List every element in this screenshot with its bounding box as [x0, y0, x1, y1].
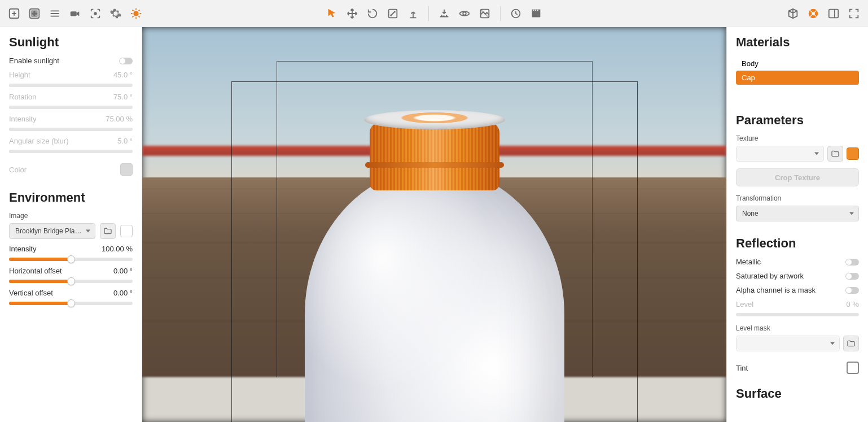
transformation-value: None — [742, 210, 759, 217]
height-label: Height — [9, 71, 30, 79]
cursor-icon[interactable] — [322, 4, 341, 23]
toolbar — [0, 0, 868, 27]
height-slider — [9, 84, 133, 87]
sunlight-icon[interactable] — [126, 4, 146, 23]
svg-rect-18 — [537, 10, 538, 11]
svg-point-10 — [463, 12, 466, 15]
side-panel-icon[interactable] — [824, 4, 843, 23]
blur-value: 5.0 ° — [117, 137, 133, 145]
fullscreen-icon[interactable] — [844, 4, 863, 23]
transformation-label: Transformation — [736, 194, 859, 202]
svg-rect-2 — [32, 11, 34, 13]
sun-color-swatch[interactable] — [120, 163, 133, 176]
separator — [428, 6, 429, 21]
history-icon[interactable] — [506, 4, 525, 23]
rotation-label: Rotation — [9, 93, 36, 101]
env-intensity-label: Intensity — [9, 245, 36, 253]
level-mask-folder-button[interactable] — [843, 336, 859, 351]
sun-color-label: Color — [9, 166, 27, 174]
parameters-title: Parameters — [736, 113, 859, 128]
texture-color-swatch[interactable] — [847, 147, 859, 160]
separator — [500, 6, 501, 21]
texture-folder-button[interactable] — [827, 146, 843, 162]
tint-swatch[interactable] — [847, 362, 859, 374]
reflection-title: Reflection — [736, 236, 859, 251]
toolbar-right — [783, 4, 863, 23]
local-axis-icon[interactable] — [404, 4, 423, 23]
h-offset-label: Horizontal offset — [9, 267, 62, 275]
svg-rect-17 — [535, 10, 536, 11]
sun-intensity-slider — [9, 128, 133, 131]
uv-icon[interactable] — [804, 4, 823, 23]
toolbar-center — [322, 4, 546, 23]
svg-rect-5 — [35, 14, 37, 16]
texture-label: Texture — [736, 134, 859, 142]
texture-select[interactable] — [736, 146, 824, 162]
metallic-label: Metallic — [736, 258, 761, 266]
sunlight-title: Sunlight — [9, 35, 133, 50]
env-image-value: Brooklyn Bridge Pla… — [15, 227, 81, 235]
list-icon[interactable] — [45, 4, 64, 23]
level-mask-label: Level mask — [736, 324, 859, 332]
enable-sunlight-label: Enable sunlight — [9, 56, 59, 65]
level-slider — [736, 313, 859, 316]
gear-icon[interactable] — [106, 4, 125, 23]
material-item-body[interactable]: Body — [736, 56, 859, 71]
blur-slider — [9, 150, 133, 153]
scale-icon[interactable] — [383, 4, 402, 23]
bottle-body — [305, 168, 564, 422]
panel-sunlight: Sunlight Enable sunlight Height45.0 ° Ro… — [0, 27, 142, 422]
grid-icon[interactable] — [25, 4, 44, 23]
orbit-icon[interactable] — [455, 4, 474, 23]
image-adjust-icon[interactable] — [475, 4, 494, 23]
cube-icon[interactable] — [783, 4, 803, 23]
transformation-select[interactable]: None — [736, 206, 859, 221]
metallic-toggle[interactable] — [845, 259, 859, 266]
enable-sunlight-toggle[interactable] — [119, 58, 133, 64]
svg-rect-14 — [532, 11, 541, 17]
env-color-swatch[interactable] — [120, 225, 133, 237]
env-intensity-slider[interactable] — [9, 258, 133, 261]
camera-icon[interactable] — [65, 4, 85, 23]
bottle-cap-top — [364, 110, 505, 129]
alpha-mask-toggle[interactable] — [845, 287, 859, 294]
saturated-toggle[interactable] — [845, 273, 859, 280]
v-offset-value: 0.00 ° — [113, 289, 133, 297]
sun-intensity-value: 75.00 % — [106, 115, 133, 123]
sun-intensity-label: Intensity — [9, 115, 36, 123]
env-image-label: Image — [9, 212, 133, 220]
materials-title: Materials — [736, 35, 859, 50]
crop-texture-button[interactable]: Crop Texture — [736, 168, 859, 186]
env-intensity-value: 100.00 % — [102, 245, 133, 253]
svg-point-7 — [94, 12, 97, 15]
blur-label: Angular size (blur) — [9, 137, 69, 145]
panel-materials: Materials Body Cap Parameters Texture Cr… — [726, 27, 868, 422]
height-value: 45.0 ° — [113, 71, 133, 79]
add-icon[interactable] — [5, 4, 24, 23]
viewport[interactable] — [142, 27, 726, 422]
v-offset-label: Vertical offset — [9, 289, 53, 297]
svg-rect-16 — [533, 10, 534, 11]
rotate-icon[interactable] — [363, 4, 382, 23]
saturated-label: Saturated by artwork — [736, 272, 804, 280]
svg-point-8 — [134, 11, 138, 15]
env-image-select[interactable]: Brooklyn Bridge Pla… — [9, 223, 95, 239]
ground-icon[interactable] — [435, 4, 454, 23]
move-icon[interactable] — [343, 4, 362, 23]
rotation-value: 75.0 ° — [113, 93, 133, 101]
material-item-cap[interactable]: Cap — [736, 71, 859, 85]
level-value: 0 % — [847, 300, 859, 308]
rotation-slider — [9, 106, 133, 109]
bottle-cap — [370, 123, 499, 190]
bottle-model — [288, 66, 581, 422]
env-image-folder-button[interactable] — [100, 223, 116, 239]
level-mask-select[interactable] — [736, 336, 840, 351]
render-icon[interactable] — [527, 4, 546, 23]
svg-rect-4 — [32, 14, 34, 16]
alpha-mask-label: Alpha channel is a mask — [736, 286, 816, 294]
toolbar-left — [5, 4, 146, 23]
svg-rect-21 — [829, 9, 839, 18]
v-offset-slider[interactable] — [9, 302, 133, 305]
focus-icon[interactable] — [86, 4, 105, 23]
h-offset-slider[interactable] — [9, 280, 133, 283]
